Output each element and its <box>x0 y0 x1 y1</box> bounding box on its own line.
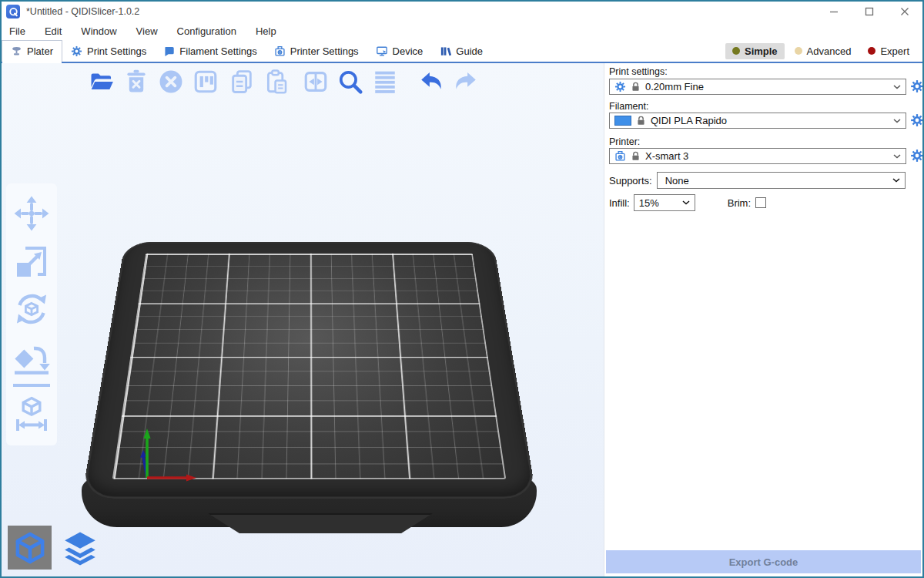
gizmo-toolbar <box>6 183 57 445</box>
advanced-dot-icon <box>795 47 802 55</box>
edit-filament-button[interactable] <box>910 113 924 127</box>
menu-help[interactable]: Help <box>254 24 278 39</box>
printer-combo[interactable]: X-smart 3 <box>609 148 906 164</box>
export-gcode-button[interactable]: Export G-code <box>606 550 921 573</box>
preview-layers-toggle[interactable] <box>58 526 102 570</box>
mode-label: Advanced <box>807 45 852 57</box>
printer-icon <box>274 45 286 57</box>
rotate-icon <box>13 291 50 328</box>
search-button[interactable] <box>335 67 366 96</box>
copy-button[interactable] <box>226 67 257 96</box>
layers-stack-icon <box>61 529 99 567</box>
brim-checkbox[interactable] <box>755 197 766 208</box>
tab-plater[interactable]: Plater <box>2 40 62 62</box>
plater-toolbar <box>86 67 481 96</box>
delete-all-button[interactable] <box>156 67 186 96</box>
printer-value: X-smart 3 <box>645 150 688 162</box>
menu-view[interactable]: View <box>135 24 159 39</box>
redo-button[interactable] <box>450 67 481 96</box>
toolbar-separator <box>13 384 50 387</box>
trash-icon <box>123 69 149 95</box>
tab-label: Print Settings <box>87 45 146 57</box>
move-button[interactable] <box>10 190 53 237</box>
print-settings-combo[interactable]: 0.20mm Fine <box>609 79 906 95</box>
delete-button[interactable] <box>121 67 152 96</box>
copy-icon <box>229 69 255 95</box>
arrange-button[interactable] <box>190 67 221 96</box>
lock-icon <box>636 116 646 126</box>
app-window: *Untitled - QIDISlicer-1.0.2 File Edit W… <box>0 0 924 578</box>
supports-label: Supports: <box>609 175 652 187</box>
chevron-down-icon <box>893 154 901 159</box>
mode-simple[interactable]: Simple <box>725 43 785 59</box>
measure-button[interactable] <box>10 390 53 438</box>
lock-icon <box>631 151 641 161</box>
filament-color-swatch <box>614 116 631 126</box>
tab-label: Device <box>393 45 424 57</box>
minimize-button[interactable] <box>816 2 852 22</box>
infill-combo[interactable]: 15% <box>634 194 695 211</box>
variable-layer-height-button[interactable] <box>370 67 400 96</box>
redo-icon <box>453 69 479 95</box>
gear-icon <box>614 81 626 92</box>
app-logo-icon <box>6 5 20 18</box>
tab-bar: Plater Print Settings Filament Settings … <box>2 40 922 63</box>
filament-icon <box>163 45 175 57</box>
place-on-face-button[interactable] <box>10 333 53 381</box>
split-button[interactable] <box>300 67 331 96</box>
tab-device[interactable]: Device <box>367 40 432 62</box>
brim-label: Brim: <box>728 197 751 209</box>
menu-window[interactable]: Window <box>79 24 118 39</box>
axes-indicator-icon <box>136 419 209 489</box>
close-button[interactable] <box>887 2 922 22</box>
tab-print-settings[interactable]: Print Settings <box>62 40 155 62</box>
plater-icon <box>11 45 22 57</box>
chevron-down-icon <box>893 85 901 89</box>
menu-edit[interactable]: Edit <box>43 24 63 39</box>
paste-button[interactable] <box>261 67 292 96</box>
layers-icon <box>372 69 398 95</box>
lock-icon <box>631 82 641 92</box>
tab-label: Plater <box>27 45 53 57</box>
main-area: Print settings: 0.20mm Fine Filament: QI… <box>2 63 922 576</box>
print-settings-value: 0.20mm Fine <box>645 81 704 92</box>
edit-print-settings-button[interactable] <box>910 79 924 93</box>
editor-3d-toggle[interactable] <box>8 526 52 570</box>
delete-all-icon <box>158 69 184 95</box>
mode-label: Simple <box>745 45 778 57</box>
edit-printer-button[interactable] <box>910 149 924 163</box>
window-title: *Untitled - QIDISlicer-1.0.2 <box>26 6 139 17</box>
supports-combo[interactable]: None <box>657 172 906 189</box>
split-icon <box>303 69 329 95</box>
view-toggles <box>8 526 102 570</box>
scale-button[interactable] <box>10 237 53 285</box>
mode-advanced[interactable]: Advanced <box>788 43 859 59</box>
menu-configuration[interactable]: Configuration <box>176 24 238 39</box>
measure-icon <box>13 395 50 432</box>
settings-panel: Print settings: 0.20mm Fine Filament: QI… <box>604 63 922 576</box>
scale-icon <box>13 243 50 280</box>
rotate-button[interactable] <box>10 285 53 333</box>
maximize-button[interactable] <box>852 2 887 22</box>
tab-printer-settings[interactable]: Printer Settings <box>266 40 367 62</box>
open-file-button[interactable] <box>86 67 117 96</box>
cube-icon <box>12 530 48 566</box>
viewport-3d[interactable] <box>2 63 604 576</box>
menu-bar: File Edit Window View Configuration Help <box>2 22 922 40</box>
device-icon <box>376 45 388 57</box>
chevron-down-icon <box>682 200 690 205</box>
simple-dot-icon <box>732 47 740 55</box>
undo-button[interactable] <box>416 67 447 96</box>
search-icon <box>337 69 363 95</box>
tab-guide[interactable]: Guide <box>431 40 491 62</box>
filament-combo[interactable]: QIDI PLA Rapido <box>609 113 906 129</box>
chevron-down-icon <box>893 119 901 123</box>
menu-file[interactable]: File <box>8 24 27 39</box>
mode-expert[interactable]: Expert <box>861 43 916 59</box>
title-bar[interactable]: *Untitled - QIDISlicer-1.0.2 <box>2 2 922 22</box>
infill-label: Infill: <box>609 197 630 209</box>
tab-label: Printer Settings <box>290 45 359 57</box>
open-folder-icon <box>89 69 115 95</box>
print-bed-handle <box>208 513 433 533</box>
tab-filament-settings[interactable]: Filament Settings <box>155 40 265 62</box>
